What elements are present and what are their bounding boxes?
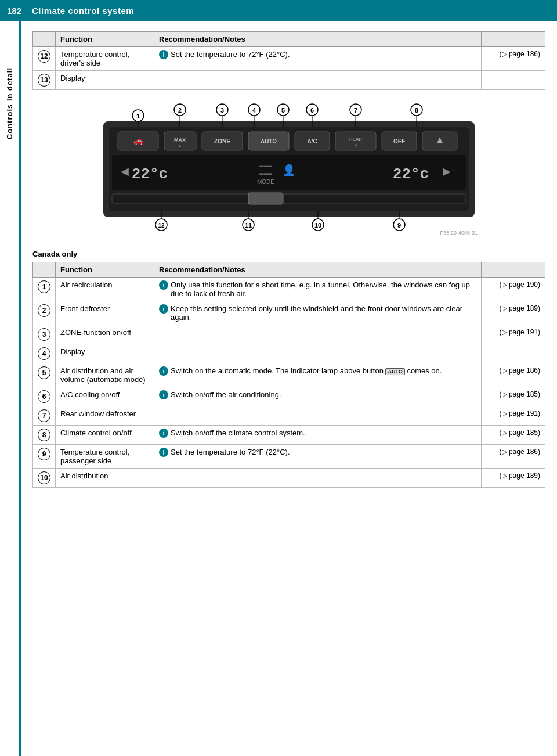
top-table-col-recommendation: Recommendation/Notes [154, 32, 482, 47]
page-ref: (▷ page 189) [482, 301, 545, 325]
top-table-col-function: Function [56, 32, 154, 47]
svg-text:OFF: OFF [393, 138, 405, 145]
rec-text: Switch on/off the air conditioning. [171, 390, 281, 399]
svg-text:7: 7 [354, 107, 357, 114]
svg-text:A/C: A/C [307, 138, 317, 145]
page-ref: (▷ page 191) [482, 406, 545, 426]
rec-text: Only use this function for a short time,… [171, 280, 476, 298]
circle-number: 10 [38, 471, 50, 484]
info-icon: i [159, 280, 168, 290]
row-recommendation [154, 469, 482, 488]
main-table: Function Recommendation/Notes 1 Air reci… [32, 262, 545, 488]
table-row: 13 Display [33, 71, 545, 90]
svg-text:2: 2 [178, 107, 182, 114]
main-table-col-function: Function [56, 262, 154, 278]
svg-text:❄: ❄ [354, 143, 358, 148]
rec-text: Set the temperature to 72°F (22°C). [171, 448, 290, 456]
row-recommendation [154, 344, 482, 363]
svg-text:🚗: 🚗 [133, 136, 144, 146]
svg-text:11: 11 [245, 222, 252, 229]
circle-number: 2 [38, 304, 50, 317]
row-num: 13 [33, 71, 56, 90]
row-num: 9 [33, 445, 56, 469]
row-recommendation: i Switch on the automatic mode. The indi… [154, 363, 482, 387]
svg-text:👤: 👤 [283, 164, 296, 177]
row-function: Climate control on/off [56, 426, 154, 445]
row-num: 6 [33, 387, 56, 406]
info-icon: i [159, 304, 168, 314]
row-recommendation: i Keep this setting selected only until … [154, 301, 482, 325]
table-row: 8 Climate control on/off i Switch on/off… [33, 426, 545, 445]
auto-box: AUTO [385, 368, 404, 375]
sidebar-label: Controls in detail [5, 67, 14, 139]
svg-rect-30 [248, 193, 283, 204]
row-num: 2 [33, 301, 56, 325]
svg-text:1: 1 [136, 113, 140, 120]
climate-diagram: 🚗 MAX ▲ ZONE AUTO A/C REAR ❄ [86, 98, 492, 237]
top-table: Function Recommendation/Notes 12 Tempera… [32, 31, 545, 90]
svg-text:═══: ═══ [259, 163, 272, 169]
row-recommendation: i Set the temperature to 72°F (22°C). [154, 47, 482, 71]
svg-text:MAX: MAX [174, 137, 186, 143]
row-num: 4 [33, 344, 56, 363]
sidebar: Controls in detail [0, 21, 21, 756]
svg-text:AUTO: AUTO [261, 138, 277, 145]
page-ref: (▷ page 185) [482, 387, 545, 406]
row-function: Display [56, 71, 154, 90]
info-icon: i [159, 429, 168, 438]
row-num: 8 [33, 426, 56, 445]
svg-text:▶: ▶ [443, 165, 451, 177]
circle-number: 13 [38, 74, 50, 87]
page-ref: (▷ page 186) [482, 47, 545, 71]
canada-only-label: Canada only [32, 250, 545, 258]
rec-text: Switch on/off the climate control system… [171, 429, 305, 437]
svg-text:9: 9 [397, 222, 401, 229]
row-function: Air distribution [56, 469, 154, 488]
svg-rect-29 [112, 194, 466, 203]
svg-text:P68.20-4005-31: P68.20-4005-31 [440, 230, 478, 236]
table-row: 12 Temperature control, driver's side i … [33, 47, 545, 71]
top-table-col-ref [482, 32, 545, 47]
row-recommendation: i Set the temperature to 72°F (22°C). [154, 445, 482, 469]
row-function: Temperature control, driver's side [56, 47, 154, 71]
circle-number: 1 [38, 280, 50, 293]
info-icon: i [159, 390, 168, 399]
row-function: Temperature control, passenger side [56, 445, 154, 469]
info-icon: i [159, 448, 168, 457]
row-function: Air distribution and air volume (automat… [56, 363, 154, 387]
row-recommendation: i Switch on/off the air conditioning. [154, 387, 482, 406]
svg-text:8: 8 [415, 107, 418, 114]
row-function: Display [56, 344, 154, 363]
row-num: 1 [33, 278, 56, 301]
svg-text:REAR: REAR [349, 136, 362, 142]
main-table-col-recommendation: Recommendation/Notes [154, 262, 482, 278]
info-icon: i [159, 366, 168, 376]
page-number: 182 [7, 6, 21, 16]
header-bar: 182 Climate control system [0, 0, 557, 21]
svg-text:▲: ▲ [435, 134, 445, 146]
rec-text: Set the temperature to 72°F (22°C). [171, 50, 290, 59]
table-row: 9 Temperature control, passenger side i … [33, 445, 545, 469]
svg-text:10: 10 [314, 222, 321, 229]
page-ref [482, 344, 545, 363]
row-num: 3 [33, 325, 56, 344]
svg-text:4: 4 [252, 107, 256, 114]
row-function: Air recirculation [56, 278, 154, 301]
table-row: 5 Air distribution and air volume (autom… [33, 363, 545, 387]
svg-text:◀: ◀ [121, 165, 129, 177]
row-num: 10 [33, 469, 56, 488]
svg-text:6: 6 [310, 107, 314, 114]
row-recommendation: i Switch on/off the climate control syst… [154, 426, 482, 445]
table-row: 2 Front defroster i Keep this setting se… [33, 301, 545, 325]
table-row: 6 A/C cooling on/off i Switch on/off the… [33, 387, 545, 406]
row-function: ZONE-function on/off [56, 325, 154, 344]
info-icon: i [159, 50, 168, 59]
svg-text:22°c: 22°c [132, 165, 168, 183]
page-ref: (▷ page 186) [482, 445, 545, 469]
table-row: 4 Display [33, 344, 545, 363]
diagram-container: 🚗 MAX ▲ ZONE AUTO A/C REAR ❄ [32, 98, 545, 239]
svg-text:5: 5 [281, 107, 285, 114]
table-row: 7 Rear window defroster (▷ page 191) [33, 406, 545, 426]
svg-text:═══: ═══ [259, 171, 272, 177]
row-function: A/C cooling on/off [56, 387, 154, 406]
